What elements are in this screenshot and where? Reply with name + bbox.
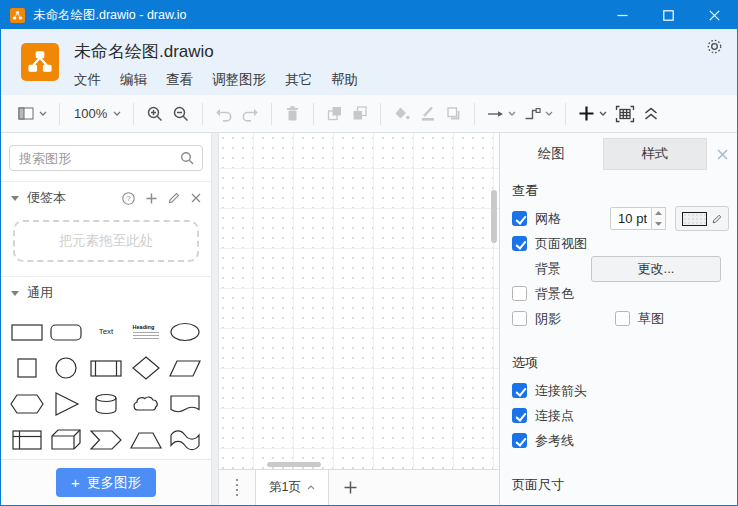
background-color-checkbox[interactable] — [512, 286, 527, 301]
shapes-grid: TextHeading — [1, 309, 211, 459]
shape-parallelogram[interactable] — [165, 351, 205, 384]
shape-circle[interactable] — [47, 351, 87, 384]
shape-cloud[interactable] — [126, 387, 166, 420]
scratchpad-drop-area[interactable]: 把元素拖至此处 — [13, 220, 199, 262]
shape-square[interactable] — [7, 351, 47, 384]
shape-document[interactable] — [165, 387, 205, 420]
format-panel: 绘图 样式 查看 网格 — [499, 133, 737, 505]
menu-arrange[interactable]: 调整图形 — [212, 71, 266, 89]
zoom-level-dropdown[interactable]: 100% — [68, 103, 125, 124]
connection-arrows-label: 连接箭头 — [535, 382, 587, 400]
menu-edit[interactable]: 编辑 — [120, 71, 147, 89]
more-shapes-button[interactable]: + 更多图形 — [56, 468, 156, 497]
zoom-in-button[interactable] — [142, 102, 168, 126]
guides-row: 参考线 — [500, 428, 737, 453]
options-section-title: 选项 — [500, 342, 737, 378]
maximize-button[interactable] — [645, 1, 691, 29]
sketch-label: 草图 — [638, 310, 664, 328]
background-label: 背景 — [535, 260, 561, 278]
general-section-header[interactable]: 通用 — [1, 277, 211, 309]
toolbar: 100% — [1, 95, 737, 133]
close-panel-icon[interactable] — [707, 138, 737, 170]
grid-size-input[interactable] — [610, 207, 652, 230]
insert-table-button[interactable] — [611, 102, 639, 126]
menu-file[interactable]: 文件 — [74, 71, 101, 89]
page-bar: 第1页 — [219, 469, 499, 505]
stepper-down-icon[interactable] — [652, 219, 665, 230]
stepper-up-icon[interactable] — [652, 208, 665, 219]
shape-hexagon[interactable] — [7, 387, 47, 420]
chevron-down-icon — [508, 111, 516, 116]
plus-icon: + — [71, 475, 80, 490]
app-header: 未命名绘图.drawio 文件 编辑 查看 调整图形 其它 帮助 — [1, 29, 737, 95]
document-title: 未命名绘图.drawio — [74, 40, 358, 63]
theme-toggle-icon[interactable] — [705, 37, 724, 56]
shadow-button — [441, 102, 466, 125]
tab-diagram[interactable]: 绘图 — [500, 138, 603, 170]
page-view-checkbox[interactable] — [512, 236, 527, 251]
shape-cylinder[interactable] — [86, 387, 126, 420]
guides-checkbox[interactable] — [512, 433, 527, 448]
menu-help[interactable]: 帮助 — [331, 71, 358, 89]
waypoint-style-button[interactable] — [520, 103, 557, 124]
pages-menu-icon[interactable] — [219, 470, 255, 505]
shape-internal-storage[interactable] — [7, 423, 47, 456]
close-scratchpad-icon[interactable] — [191, 193, 201, 203]
grid-color-button[interactable] — [675, 206, 729, 231]
shape-rounded-rectangle[interactable] — [47, 315, 87, 348]
sidebar-resize-handle[interactable] — [211, 133, 219, 505]
grid-row: 网格 — [500, 206, 737, 231]
zoom-out-button[interactable] — [168, 102, 194, 126]
add-page-button[interactable] — [329, 470, 371, 505]
general-title: 通用 — [27, 284, 53, 302]
tab-style[interactable]: 样式 — [603, 138, 708, 170]
guides-label: 参考线 — [535, 432, 574, 450]
redo-button — [237, 103, 263, 125]
search-icon — [180, 151, 194, 165]
connection-arrows-checkbox[interactable] — [512, 383, 527, 398]
page-tab[interactable]: 第1页 — [255, 470, 329, 505]
close-button[interactable] — [691, 1, 737, 29]
shape-process[interactable] — [86, 351, 126, 384]
menu-extras[interactable]: 其它 — [285, 71, 312, 89]
shape-step[interactable] — [86, 423, 126, 456]
connection-points-checkbox[interactable] — [512, 408, 527, 423]
chevron-down-icon — [113, 111, 121, 116]
menu-view[interactable]: 查看 — [166, 71, 193, 89]
edit-pencil-icon[interactable] — [168, 192, 180, 204]
grid-size-stepper[interactable] — [652, 207, 666, 230]
grid-label: 网格 — [535, 210, 561, 228]
titlebar: 未命名绘图.drawio - draw.io — [1, 1, 737, 29]
shape-trapezoid[interactable] — [126, 423, 166, 456]
grid-checkbox[interactable] — [512, 211, 527, 226]
minimize-button[interactable] — [599, 1, 645, 29]
help-icon[interactable]: ? — [122, 192, 135, 205]
background-color-label: 背景色 — [535, 285, 574, 303]
add-icon[interactable] — [146, 193, 157, 204]
shape-diamond[interactable] — [126, 351, 166, 384]
view-panels-button[interactable] — [13, 102, 51, 125]
connection-style-button[interactable] — [483, 104, 520, 124]
vertical-scrollbar-thumb[interactable] — [491, 190, 497, 243]
shape-cube[interactable] — [47, 423, 87, 456]
scratchpad-section-header[interactable]: 便签本 ? — [1, 182, 211, 214]
undo-button — [211, 103, 237, 125]
shape-rectangle[interactable] — [7, 315, 47, 348]
page-view-label: 页面视图 — [535, 235, 587, 253]
change-background-button[interactable]: 更改... — [591, 256, 721, 282]
shadow-checkbox[interactable] — [512, 311, 527, 326]
drawing-canvas[interactable] — [219, 133, 499, 469]
search-input[interactable] — [9, 145, 203, 171]
shape-heading[interactable]: Heading — [126, 315, 166, 348]
shape-tape[interactable] — [165, 423, 205, 456]
menubar: 文件 编辑 查看 调整图形 其它 帮助 — [74, 71, 358, 89]
insert-button[interactable] — [574, 102, 611, 125]
collapse-expand-button[interactable] — [639, 103, 663, 124]
horizontal-scrollbar-thumb[interactable] — [267, 462, 321, 467]
shape-triangle[interactable] — [47, 387, 87, 420]
caret-down-icon — [11, 291, 19, 296]
sketch-checkbox[interactable] — [615, 311, 630, 326]
format-tabs: 绘图 样式 — [500, 138, 737, 170]
shape-ellipse[interactable] — [165, 315, 205, 348]
shape-text[interactable]: Text — [86, 315, 126, 348]
